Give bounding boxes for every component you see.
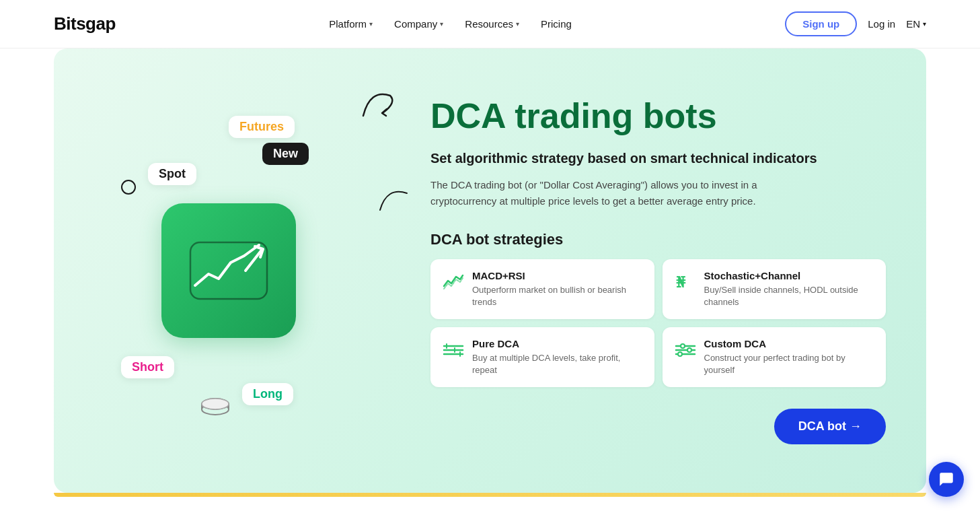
- chart-icon: [185, 237, 272, 304]
- custom-dca-name: Custom DCA: [704, 338, 874, 349]
- nav-resources[interactable]: Resources ▾: [465, 18, 519, 30]
- svg-text:₦: ₦: [676, 274, 686, 291]
- pure-dca-icon: [443, 339, 464, 361]
- page-title: DCA trading bots: [430, 97, 886, 135]
- hero-description: The DCA trading bot (or "Dollar Cost Ave…: [430, 177, 821, 209]
- nav-platform[interactable]: Platform ▾: [329, 18, 373, 30]
- pure-dca-name: Pure DCA: [472, 338, 642, 349]
- chat-icon: [938, 471, 955, 488]
- company-chevron-icon: ▾: [440, 20, 443, 28]
- hero-illustration: Futures Spot New: [54, 48, 404, 493]
- strategy-card-pure-dca[interactable]: Pure DCA Buy at multiple DCA levels, tak…: [430, 327, 654, 387]
- custom-dca-icon: [675, 339, 696, 361]
- hero-section: Futures Spot New: [54, 48, 926, 493]
- svg-point-19: [678, 352, 682, 356]
- chat-support-button[interactable]: [929, 462, 964, 497]
- strategies-grid: MACD+RSI Outperform market on bullish or…: [430, 259, 886, 388]
- swirl2-decoration-icon: [377, 183, 410, 217]
- login-button[interactable]: Log in: [868, 18, 895, 30]
- pure-dca-desc: Buy at multiple DCA levels, take profit,…: [472, 352, 642, 376]
- strategy-card-macd[interactable]: MACD+RSI Outperform market on bullish or…: [430, 259, 654, 319]
- custom-dca-desc: Construct your perfect trading bot by yo…: [704, 352, 874, 376]
- nav-actions: Sign up Log in EN ▾: [785, 11, 926, 36]
- svg-point-18: [687, 348, 691, 352]
- strategy-card-custom-dca[interactable]: Custom DCA Construct your perfect tradin…: [663, 327, 887, 387]
- long-badge: Long: [242, 383, 293, 405]
- svg-rect-0: [190, 242, 267, 299]
- navbar: Bitsgap Platform ▾ Company ▾ Resources ▾…: [0, 0, 980, 48]
- platform-chevron-icon: ▾: [369, 20, 373, 28]
- macd-icon: [443, 271, 464, 293]
- macd-name: MACD+RSI: [472, 270, 642, 281]
- short-badge: Short: [121, 356, 174, 378]
- macd-desc: Outperform market on bullish or bearish …: [472, 284, 642, 308]
- circle-decoration: [121, 180, 136, 195]
- stochastic-desc: Buy/Sell inside channels, HODL outside c…: [704, 284, 874, 308]
- bottom-accent-bar: [54, 493, 926, 497]
- svg-point-17: [681, 344, 685, 348]
- futures-badge: Futures: [229, 116, 295, 138]
- hero-subtitle: Set algorithmic strategy based on smart …: [430, 149, 886, 168]
- chart-illustration: [161, 203, 296, 338]
- lang-chevron-icon: ▾: [923, 20, 926, 28]
- spot-badge: Spot: [148, 163, 196, 185]
- language-selector[interactable]: EN ▾: [906, 18, 926, 30]
- swirl-decoration-icon: [356, 82, 397, 123]
- stochastic-icon: ₦: [675, 271, 696, 293]
- strategies-title: DCA bot strategies: [430, 231, 886, 248]
- hero-content: DCA trading bots Set algorithmic strateg…: [404, 48, 926, 493]
- strategy-card-stochastic[interactable]: ₦ Stochastic+Channel Buy/Sell inside cha…: [663, 259, 887, 319]
- coin-icon: [198, 389, 232, 419]
- nav-pricing[interactable]: Pricing: [541, 18, 572, 30]
- logo[interactable]: Bitsgap: [54, 13, 116, 34]
- resources-chevron-icon: ▾: [516, 20, 519, 28]
- dca-bot-button[interactable]: DCA bot →: [774, 409, 886, 444]
- new-badge: New: [262, 143, 309, 165]
- svg-point-6: [202, 399, 229, 409]
- nav-links: Platform ▾ Company ▾ Resources ▾ Pricing: [329, 18, 572, 30]
- signup-button[interactable]: Sign up: [785, 11, 857, 36]
- stochastic-name: Stochastic+Channel: [704, 270, 874, 281]
- nav-company[interactable]: Company ▾: [394, 18, 443, 30]
